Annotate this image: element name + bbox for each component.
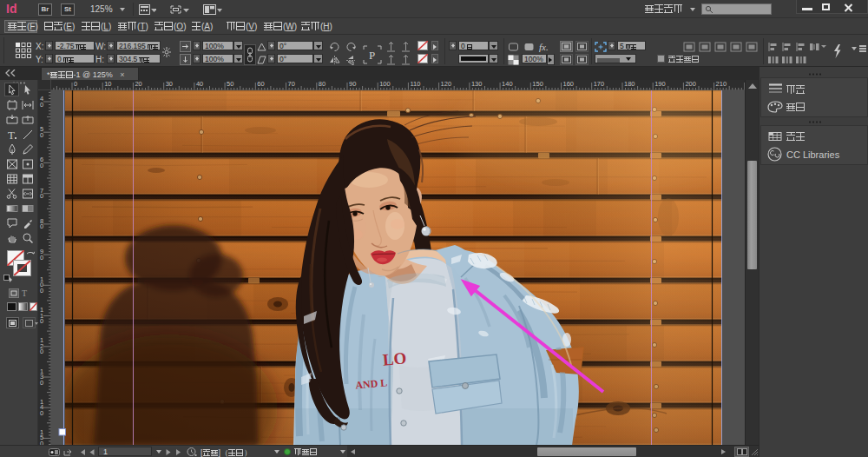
- svg-text:0: 0: [40, 379, 43, 387]
- svg-text:P: P: [369, 49, 375, 62]
- svg-text:210: 210: [716, 80, 727, 88]
- svg-text:30: 30: [166, 80, 173, 88]
- svg-text:0: 0: [40, 162, 43, 169]
- svg-text:140: 140: [502, 80, 513, 88]
- svg-text:150: 150: [532, 80, 543, 88]
- svg-text:50: 50: [227, 80, 233, 88]
- svg-text:0: 0: [40, 409, 43, 417]
- svg-text:120: 120: [441, 80, 452, 88]
- svg-text:70: 70: [288, 80, 295, 88]
- svg-text:T: T: [8, 129, 15, 141]
- svg-text:130: 130: [471, 80, 483, 88]
- svg-text:60: 60: [257, 80, 264, 88]
- svg-text:170: 170: [594, 80, 605, 88]
- svg-text:110: 110: [410, 80, 420, 88]
- svg-text:160: 160: [563, 80, 575, 88]
- svg-text:80: 80: [319, 80, 326, 88]
- svg-text:LO: LO: [382, 348, 407, 368]
- svg-text:0: 0: [40, 254, 43, 262]
- svg-text:0: 0: [40, 317, 43, 325]
- svg-text:200: 200: [685, 80, 696, 88]
- svg-text:0: 0: [40, 192, 43, 200]
- svg-text:100: 100: [379, 80, 391, 88]
- svg-text:0: 0: [40, 348, 43, 355]
- svg-text:0: 0: [40, 287, 43, 295]
- svg-text:10: 10: [104, 80, 111, 88]
- svg-text:0: 0: [74, 80, 77, 88]
- svg-text:190: 190: [654, 80, 666, 88]
- svg-text:0: 0: [40, 131, 43, 139]
- svg-text:40: 40: [196, 80, 203, 88]
- svg-text:180: 180: [624, 80, 635, 88]
- svg-text:0: 0: [40, 222, 43, 230]
- svg-text:0: 0: [40, 101, 43, 109]
- svg-text:20: 20: [135, 80, 141, 88]
- svg-text:90: 90: [349, 80, 356, 88]
